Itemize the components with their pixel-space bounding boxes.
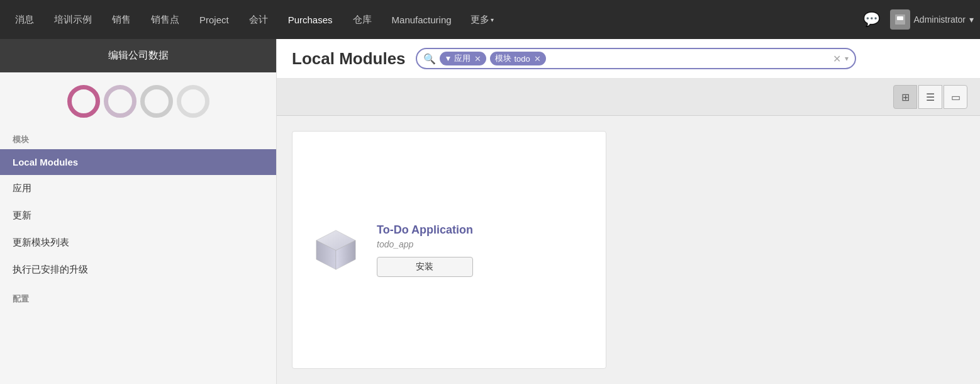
- chat-icon[interactable]: 💬: [858, 9, 885, 30]
- sidebar: 编辑公司数据 模块 Local Modules 应用 更新 更新模块列表 执行已…: [0, 39, 277, 384]
- nav-training[interactable]: 培训示例: [45, 9, 101, 31]
- module-tag-close[interactable]: ✕: [534, 54, 541, 64]
- list-view-button[interactable]: ☰: [918, 85, 942, 109]
- sidebar-section-modules: 模块: [0, 124, 276, 149]
- nav-messages[interactable]: 消息: [6, 9, 43, 31]
- nav-more-label: 更多: [471, 14, 489, 26]
- module-info: To-Do Application todo_app 安装: [377, 223, 473, 277]
- logo-circle-1: [67, 85, 100, 118]
- main-layout: 编辑公司数据 模块 Local Modules 应用 更新 更新模块列表 执行已…: [0, 39, 980, 384]
- module-tag-value: todo: [514, 54, 530, 64]
- search-dropdown-icon[interactable]: ▾: [845, 54, 849, 63]
- sidebar-item-updates[interactable]: 更新: [0, 202, 276, 229]
- search-bar[interactable]: 🔍 ▼ 应用 ✕ 模块 todo ✕ ✕ ▾: [416, 48, 856, 69]
- chevron-down-icon: ▾: [491, 16, 494, 23]
- sidebar-item-local-modules[interactable]: Local Modules: [0, 149, 276, 175]
- logo-circle-2: [104, 85, 136, 118]
- cube-icon: [311, 225, 361, 275]
- nav-project[interactable]: Project: [191, 9, 238, 30]
- grid-view-icon: ⊞: [901, 91, 910, 103]
- sidebar-item-scheduled-upgrade[interactable]: 执行已安排的升级: [0, 256, 276, 283]
- module-tech-name: todo_app: [377, 239, 473, 249]
- filter-icon: ▼: [445, 54, 452, 63]
- sidebar-item-apps[interactable]: 应用: [0, 175, 276, 202]
- user-chevron-icon: ▾: [969, 14, 974, 25]
- nav-right-area: 💬 Administrator ▾: [858, 9, 974, 30]
- nav-sales[interactable]: 销售: [103, 9, 140, 31]
- sidebar-section-config: 配置: [0, 283, 276, 308]
- nav-warehouse[interactable]: 仓库: [344, 9, 381, 31]
- list-view-icon: ☰: [926, 91, 935, 103]
- svg-rect-1: [897, 16, 903, 20]
- nav-purchases[interactable]: Purchases: [279, 9, 342, 30]
- company-logo: [0, 72, 276, 124]
- filter-tag-label: 应用: [454, 53, 471, 64]
- content-header: Local Modules 🔍 ▼ 应用 ✕ 模块 todo ✕ ✕ ▾: [277, 39, 980, 79]
- search-icon: 🔍: [423, 53, 436, 65]
- module-icon-wrap: [308, 222, 364, 278]
- sidebar-item-update-list[interactable]: 更新模块列表: [0, 229, 276, 256]
- user-name-label: Administrator: [914, 14, 966, 25]
- nav-pos[interactable]: 销售点: [142, 9, 188, 31]
- view-toggles: ⊞ ☰ ▭: [277, 79, 980, 116]
- modules-grid: To-Do Application todo_app 安装: [277, 116, 980, 384]
- avatar: [890, 9, 910, 30]
- user-menu[interactable]: Administrator ▾: [890, 9, 974, 30]
- filter-tag-app[interactable]: ▼ 应用 ✕: [440, 52, 487, 65]
- filter-tag-close[interactable]: ✕: [474, 54, 481, 64]
- install-button[interactable]: 安装: [377, 257, 473, 277]
- sidebar-header: 编辑公司数据: [0, 39, 276, 72]
- nav-manufacturing[interactable]: Manufacturing: [383, 9, 460, 30]
- nav-accounting[interactable]: 会计: [240, 9, 277, 31]
- module-card-todo: To-Do Application todo_app 安装: [292, 131, 606, 369]
- nav-more[interactable]: 更多 ▾: [463, 9, 501, 31]
- module-tag-label: 模块: [495, 53, 511, 64]
- content-area: Local Modules 🔍 ▼ 应用 ✕ 模块 todo ✕ ✕ ▾: [277, 39, 980, 384]
- logo-circle-4: [177, 85, 209, 118]
- logo-circle-3: [140, 85, 173, 118]
- module-tag[interactable]: 模块 todo ✕: [490, 52, 545, 65]
- module-name: To-Do Application: [377, 223, 473, 237]
- kanban-view-button[interactable]: ▭: [944, 85, 967, 109]
- search-clear-icon[interactable]: ✕: [833, 53, 841, 65]
- top-navigation: 消息 培训示例 销售 销售点 Project 会计 Purchases 仓库 M…: [0, 0, 980, 39]
- grid-view-button[interactable]: ⊞: [893, 85, 917, 109]
- page-title: Local Modules: [292, 49, 406, 69]
- kanban-view-icon: ▭: [951, 91, 961, 103]
